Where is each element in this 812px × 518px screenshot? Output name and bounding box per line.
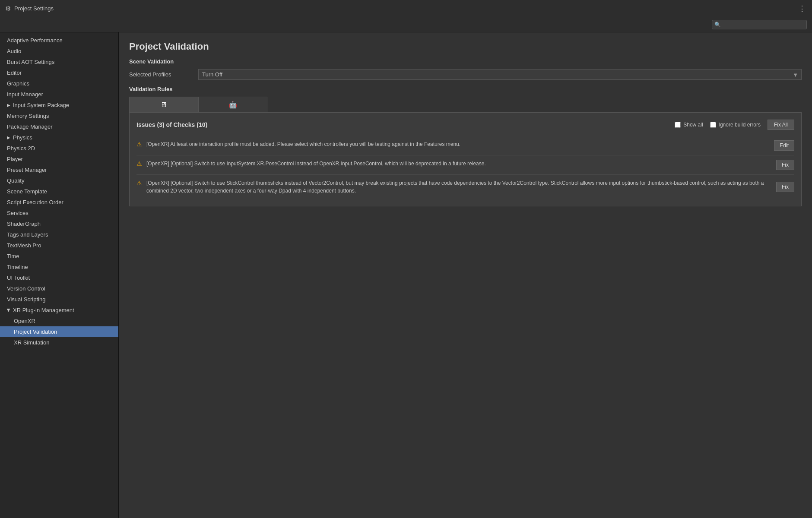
warning-icon: ⚠	[136, 141, 142, 148]
sidebar-item-label: Script Execution Order	[7, 199, 63, 205]
sidebar-item-label: Input System Package	[13, 102, 69, 108]
show-all-group: Show all	[675, 122, 703, 128]
sidebar-item-label: Version Control	[7, 285, 45, 292]
sidebar-item-adaptive-performance[interactable]: Adaptive Performance	[0, 35, 118, 46]
sidebar-item-label: XR Simulation	[14, 339, 49, 346]
fix-all-button[interactable]: Fix All	[768, 120, 794, 130]
selected-profiles-select-wrapper: Turn Off Profile 1 Profile 2 ▼	[198, 69, 802, 80]
titlebar: ⚙ Project Settings ⋮	[0, 0, 812, 17]
sidebar-item-audio[interactable]: Audio	[0, 46, 118, 57]
sidebar-item-label: Adaptive Performance	[7, 37, 63, 44]
sidebar-item-input-manager[interactable]: Input Manager	[0, 89, 118, 100]
sidebar-item-label: Input Manager	[7, 91, 43, 98]
sidebar-item-graphics[interactable]: Graphics	[0, 78, 118, 89]
sidebar-item-label: Visual Scripting	[7, 296, 45, 303]
selected-profiles-row: Selected Profiles Turn Off Profile 1 Pro…	[129, 69, 802, 80]
validation-rules-label: Validation Rules	[129, 86, 802, 92]
sidebar-item-version-control[interactable]: Version Control	[0, 283, 118, 294]
arrow-down-icon: ▶	[6, 309, 11, 312]
sidebar-item-label: Scene Template	[7, 188, 47, 195]
sidebar-item-label: Editor	[7, 69, 22, 76]
issue-row: ⚠[OpenXR] [Optional] Switch to use Stick…	[136, 175, 794, 199]
sidebar-item-memory-settings[interactable]: Memory Settings	[0, 111, 118, 121]
warning-icon: ⚠	[136, 160, 142, 167]
sidebar-item-project-validation[interactable]: Project Validation	[0, 326, 118, 337]
sidebar-item-xr-simulation[interactable]: XR Simulation	[0, 337, 118, 348]
sidebar-item-timeline[interactable]: Timeline	[0, 262, 118, 272]
selected-profiles-label: Selected Profiles	[129, 71, 198, 78]
search-icon: 🔍	[714, 22, 721, 28]
fix-button[interactable]: Fix	[776, 182, 794, 192]
warning-icon: ⚠	[136, 180, 142, 186]
sidebar-item-label: XR Plug-in Management	[13, 307, 74, 313]
sidebar-item-tags-and-layers[interactable]: Tags and Layers	[0, 229, 118, 240]
sidebar-item-label: Memory Settings	[7, 113, 49, 119]
content-inner: Project Validation Scene Validation Sele…	[119, 32, 812, 518]
scene-validation-label: Scene Validation	[129, 58, 802, 65]
search-wrapper: 🔍	[712, 20, 807, 29]
sidebar-item-label: Graphics	[7, 80, 29, 87]
sidebar-item-scene-template[interactable]: Scene Template	[0, 186, 118, 197]
sidebar-item-label: Quality	[7, 177, 24, 184]
menu-button[interactable]: ⋮	[798, 4, 807, 13]
sidebar-item-xr-plug-in-management[interactable]: ▶XR Plug-in Management	[0, 305, 118, 316]
sidebar-item-player[interactable]: Player	[0, 154, 118, 164]
ignore-build-errors-label: Ignore build errors	[719, 122, 761, 128]
sidebar-item-textmesh-pro[interactable]: TextMesh Pro	[0, 240, 118, 251]
desktop-icon: 🖥	[160, 101, 167, 109]
ignore-build-errors-checkbox[interactable]	[710, 122, 716, 128]
sidebar-item-physics[interactable]: ▶Physics	[0, 132, 118, 143]
sidebar-item-label: Audio	[7, 48, 21, 54]
sidebar-item-package-manager[interactable]: Package Manager	[0, 121, 118, 132]
settings-icon: ⚙	[5, 5, 11, 13]
sidebar-item-label: Physics 2D	[7, 145, 35, 152]
sidebar-item-physics-2d[interactable]: Physics 2D	[0, 143, 118, 154]
tab-desktop[interactable]: 🖥	[129, 97, 198, 112]
content-area: Project Validation Scene Validation Sele…	[119, 32, 812, 518]
issue-text: [OpenXR] [Optional] Switch to use InputS…	[146, 160, 772, 167]
android-icon: 🤖	[228, 101, 237, 109]
sidebar-item-burst-aot-settings[interactable]: Burst AOT Settings	[0, 57, 118, 67]
arrow-right-icon: ▶	[7, 103, 10, 107]
show-all-checkbox[interactable]	[675, 122, 681, 128]
issues-list: ⚠[OpenXR] At least one interaction profi…	[136, 136, 794, 199]
sidebar-item-label: Time	[7, 253, 19, 259]
tab-android[interactable]: 🤖	[198, 97, 267, 112]
searchbar: 🔍	[0, 17, 812, 32]
ignore-build-errors-group: Ignore build errors	[710, 122, 761, 128]
validation-rules-section: Validation Rules 🖥 🤖 Issues (3) of Check…	[129, 86, 802, 206]
issue-text: [OpenXR] [Optional] Switch to use StickC…	[146, 179, 772, 195]
sidebar-item-label: ShaderGraph	[7, 221, 41, 227]
sidebar-item-ui-toolkit[interactable]: UI Toolkit	[0, 272, 118, 283]
sidebar-item-editor[interactable]: Editor	[0, 67, 118, 78]
sidebar-item-script-execution-order[interactable]: Script Execution Order	[0, 197, 118, 208]
edit-button[interactable]: Edit	[774, 140, 794, 151]
show-all-label: Show all	[683, 122, 703, 128]
search-input[interactable]	[712, 20, 807, 29]
issue-row: ⚠[OpenXR] At least one interaction profi…	[136, 136, 794, 155]
sidebar-item-input-system-package[interactable]: ▶Input System Package	[0, 100, 118, 111]
issue-row: ⚠[OpenXR] [Optional] Switch to use Input…	[136, 155, 794, 175]
sidebar-item-shadergraph[interactable]: ShaderGraph	[0, 218, 118, 229]
page-title: Project Validation	[129, 41, 802, 52]
sidebar-item-label: Timeline	[7, 264, 28, 270]
sidebar-item-label: Physics	[13, 134, 32, 141]
sidebar-item-openxr[interactable]: OpenXR	[0, 316, 118, 326]
platform-tabs: 🖥 🤖	[129, 97, 802, 112]
fix-button[interactable]: Fix	[776, 160, 794, 170]
selected-profiles-select[interactable]: Turn Off Profile 1 Profile 2	[198, 69, 802, 80]
sidebar-item-label: Burst AOT Settings	[7, 59, 54, 65]
sidebar-item-label: TextMesh Pro	[7, 242, 41, 249]
sidebar-item-preset-manager[interactable]: Preset Manager	[0, 164, 118, 175]
issues-title: Issues (3) of Checks (10)	[136, 121, 668, 128]
sidebar-item-label: Package Manager	[7, 123, 53, 130]
sidebar-item-quality[interactable]: Quality	[0, 175, 118, 186]
issues-header: Issues (3) of Checks (10) Show all Ignor…	[136, 120, 794, 130]
sidebar-item-label: OpenXR	[14, 318, 35, 324]
sidebar-item-label: Project Validation	[14, 328, 57, 335]
sidebar-item-label: Preset Manager	[7, 167, 47, 173]
sidebar-item-time[interactable]: Time	[0, 251, 118, 262]
sidebar-item-services[interactable]: Services	[0, 208, 118, 218]
issue-text: [OpenXR] At least one interaction profil…	[146, 140, 770, 148]
sidebar-item-visual-scripting[interactable]: Visual Scripting	[0, 294, 118, 305]
